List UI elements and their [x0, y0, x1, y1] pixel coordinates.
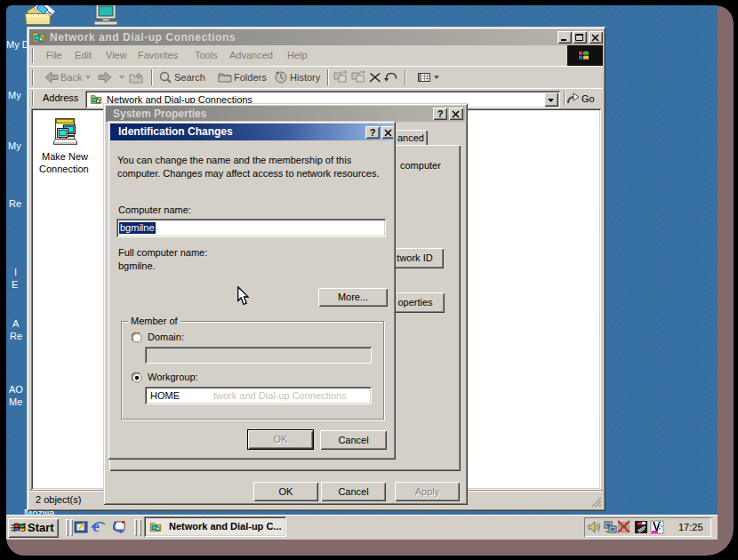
svg-text:e: e — [92, 519, 100, 534]
